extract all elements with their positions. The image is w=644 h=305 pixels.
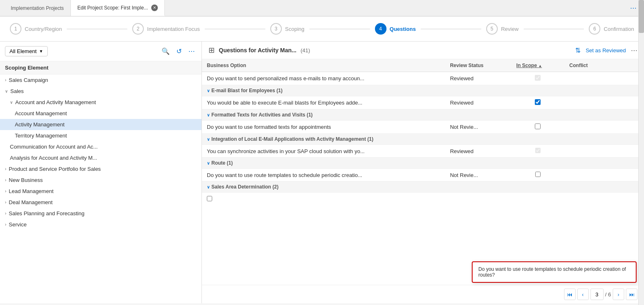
- group-row: ∨ E-mail Blast for Employees (1): [202, 85, 644, 96]
- tree-header: Scoping Element: [0, 61, 201, 75]
- tree-item-product-portfolio[interactable]: › Product and Service Portfolio for Sale…: [0, 163, 201, 175]
- next-page-button[interactable]: ›: [613, 289, 624, 300]
- in-scope-checkbox[interactable]: [535, 75, 541, 81]
- business-option-cell: Do you want to send personalized mass e-…: [202, 72, 445, 85]
- step-label-5: Review: [501, 26, 519, 32]
- bottom-checkbox-row: [202, 193, 644, 205]
- group-row: ∨ Integration of Local E-Mail Applicatio…: [202, 134, 644, 145]
- tree-item-label: Sales Planning and Forecasting: [9, 210, 84, 217]
- chevron-right-icon: ›: [5, 222, 6, 227]
- tree-item-analysis[interactable]: Analysis for Account and Activity M...: [0, 152, 201, 163]
- tab-bar: Implementation Projects Edit Project Sco…: [0, 0, 644, 16]
- right-panel-header: ⊞ Questions for Activity Man... (41) ⇅ S…: [202, 42, 644, 59]
- chevron-right-icon: ›: [5, 167, 6, 171]
- tab-implementation-projects[interactable]: Implementation Projects: [4, 0, 71, 16]
- tree-item-new-business[interactable]: › New Business: [0, 175, 201, 186]
- chevron-down-icon: ∨: [5, 89, 8, 93]
- tree-item-account-activity-mgmt[interactable]: ∨ Account and Activity Management: [0, 97, 201, 108]
- group-label-cell: ∨ Integration of Local E-Mail Applicatio…: [202, 134, 644, 145]
- in-scope-checkbox-checked[interactable]: [535, 99, 541, 105]
- tree-item-account-management[interactable]: Account Management: [0, 108, 201, 119]
- in-scope-cell[interactable]: [511, 96, 564, 109]
- sort-icon[interactable]: ⇅: [575, 47, 581, 54]
- wizard-step-3[interactable]: 3 Scoping: [270, 23, 304, 35]
- business-options-table: Business Option Review Status In Scope ▲…: [202, 59, 644, 193]
- tree-item-activity-management[interactable]: Activity Management: [0, 119, 201, 130]
- in-scope-checkbox[interactable]: [535, 148, 541, 153]
- questions-title: Questions for Activity Man...: [219, 47, 297, 54]
- grid-icon: ⊞: [208, 46, 215, 55]
- tree-item-deal-management[interactable]: › Deal Management: [0, 197, 201, 208]
- in-scope-cell[interactable]: [511, 169, 564, 182]
- in-scope-cell[interactable]: [511, 145, 564, 158]
- tree-item-label: Lead Management: [9, 188, 53, 194]
- conflict-cell: [564, 169, 644, 182]
- tree-item-communication[interactable]: Communication for Account and Ac...: [0, 141, 201, 152]
- page-input[interactable]: [590, 289, 604, 300]
- tree-item-territory-management[interactable]: Territory Management: [0, 130, 201, 141]
- tree-item-label: New Business: [9, 177, 42, 183]
- chevron-down-icon: ∨: [207, 161, 210, 165]
- group-label-text-sales-area: Sales Area Determination (2): [211, 184, 279, 190]
- tab-edit-project-scope[interactable]: Edit Project Scope: First Imple... ✕: [71, 0, 165, 16]
- more-options-icon[interactable]: ⋯: [187, 46, 197, 57]
- conflict-cell: [564, 145, 644, 158]
- bottom-checkbox[interactable]: [207, 196, 212, 201]
- first-page-button[interactable]: ⏮: [564, 289, 576, 300]
- step-circle-5: 5: [486, 23, 498, 35]
- review-status-cell: Reviewed: [445, 72, 511, 85]
- refresh-icon[interactable]: ↺: [175, 46, 183, 57]
- step-connector-2: [205, 29, 265, 29]
- tree-item-lead-management[interactable]: › Lead Management: [0, 186, 201, 197]
- tree-container: › Sales Campaign ∨ Sales ∨ Account and A…: [0, 75, 201, 303]
- group-label-cell: ∨ Route (1): [202, 158, 644, 169]
- chevron-right-icon: ›: [5, 189, 6, 193]
- tab-close-button[interactable]: ✕: [151, 5, 158, 11]
- in-scope-cell[interactable]: [511, 121, 564, 134]
- table-row: Do you want to send personalized mass e-…: [202, 72, 644, 85]
- table-row: You can synchronize activities in your S…: [202, 145, 644, 158]
- right-actions: ⇅ Set as Reviewed ⋯: [575, 47, 637, 54]
- tab-label-active: Edit Project Scope: First Imple...: [77, 5, 148, 11]
- prev-page-button[interactable]: ‹: [577, 289, 589, 300]
- wizard-step-1[interactable]: 1 Country/Region: [10, 23, 62, 35]
- conflict-cell: [564, 72, 644, 85]
- search-icon[interactable]: 🔍: [160, 46, 171, 57]
- in-scope-sort-icon: ▲: [538, 64, 542, 68]
- tree-item-label: Account Management: [15, 110, 67, 116]
- conflict-cell: [564, 121, 644, 134]
- in-scope-checkbox-unchecked[interactable]: [535, 172, 541, 177]
- last-page-button[interactable]: ⏭: [626, 289, 637, 300]
- in-scope-cell[interactable]: [511, 72, 564, 85]
- tree-item-service[interactable]: › Service: [0, 219, 201, 230]
- in-scope-label: In Scope: [516, 63, 537, 68]
- wizard-step-2[interactable]: 2 Implementation Focus: [132, 23, 200, 35]
- step-circle-6: 6: [589, 23, 600, 35]
- in-scope-checkbox-unchecked[interactable]: [535, 123, 541, 129]
- col-in-scope[interactable]: In Scope ▲: [511, 59, 564, 72]
- step-circle-1: 1: [10, 23, 21, 35]
- tree-item-sales-campaign[interactable]: › Sales Campaign: [0, 75, 201, 86]
- wizard-step-6[interactable]: 6 Confirmation: [589, 23, 634, 35]
- group-label-text: Formatted Texts for Activities and Visit…: [211, 112, 313, 118]
- business-option-cell: Do you want to use formatted texts for a…: [202, 121, 445, 134]
- wizard-step-4[interactable]: 4 Questions: [375, 23, 416, 35]
- tree-item-label: Territory Management: [15, 133, 67, 139]
- col-business-option: Business Option: [202, 59, 445, 72]
- scrollbar-thumb: [639, 0, 644, 33]
- page-total: / 6: [605, 291, 611, 298]
- tree-item-label: Sales Campaign: [9, 77, 48, 83]
- table-row: Do you want to use formatted texts for a…: [202, 121, 644, 134]
- page-scrollbar: [638, 0, 644, 303]
- step-label-6: Confirmation: [604, 26, 634, 32]
- wizard-step-5[interactable]: 5 Review: [486, 23, 519, 35]
- tree-item-sales-planning[interactable]: › Sales Planning and Forecasting: [0, 208, 201, 219]
- group-label-cell: ∨ E-mail Blast for Employees (1): [202, 85, 644, 96]
- step-circle-3: 3: [270, 23, 282, 35]
- all-element-dropdown[interactable]: All Element ▼: [5, 46, 48, 56]
- tree-item-sales[interactable]: ∨ Sales: [0, 86, 201, 97]
- right-more-icon[interactable]: ⋯: [631, 47, 637, 54]
- set-as-reviewed-button[interactable]: Set as Reviewed: [585, 47, 626, 54]
- group-row-route: ∨ Route (1): [202, 158, 644, 169]
- review-status-cell: Not Revie...: [445, 169, 511, 182]
